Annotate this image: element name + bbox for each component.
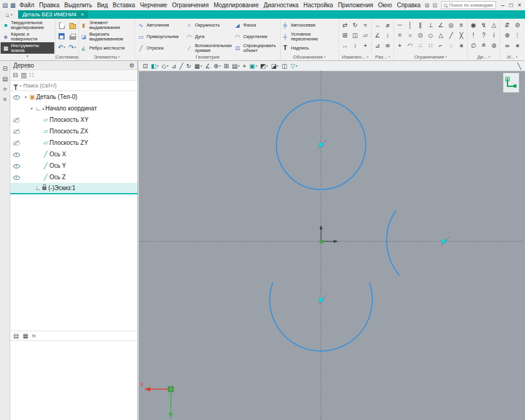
menu-select[interactable]: Выделить <box>62 2 95 8</box>
minimize-button[interactable]: – <box>498 2 507 8</box>
tree-item-plane-zx[interactable]: ▱ Плоскость ZX <box>10 126 138 137</box>
ribbon-tool-icon[interactable]: ↕ <box>350 40 360 51</box>
ribbon-tool-icon[interactable]: ↯ <box>479 20 489 30</box>
menu-modeling[interactable]: Моделирование <box>211 2 261 8</box>
menu-edit[interactable]: Правка <box>37 2 62 8</box>
rib-button[interactable]: ◭ Ребро жесткости <box>79 42 135 54</box>
circle-button[interactable]: ○Окружность <box>185 19 233 31</box>
panel-tree-icon[interactable]: ⊟ <box>0 63 10 74</box>
visibility-off-icon[interactable] <box>12 114 21 126</box>
command-search-input[interactable] <box>449 2 494 8</box>
tree-item-axis-z[interactable]: ╱ Ось Z <box>10 171 138 183</box>
tree-composition-icon[interactable]: ▥ <box>21 71 27 79</box>
ribbon-tool-icon[interactable]: ∗ <box>512 40 523 51</box>
sketch-mode-indicator[interactable] <box>503 72 520 93</box>
segment-button[interactable]: ╱Отрезок <box>136 42 185 54</box>
section-label-diagnostics[interactable]: Ди... <box>468 54 500 60</box>
cut-extrude-button[interactable]: ◪ Вырезать выдавливанием <box>79 31 135 42</box>
ribbon-tool-icon[interactable]: │ <box>405 20 415 30</box>
ribbon-tool-icon[interactable]: ⌐ <box>436 40 446 51</box>
menu-view[interactable]: Вид <box>95 2 110 8</box>
expand-arrow-icon[interactable]: ▾ <box>23 95 28 99</box>
chamfer-button[interactable]: ◢Фаска <box>233 19 281 31</box>
fillet-button[interactable]: ◠Скругление <box>233 31 281 42</box>
ribbon-tool-icon[interactable]: ⇵ <box>502 20 512 30</box>
zoom-icon[interactable]: ⊕▾ <box>212 62 222 71</box>
mode-wireframe-surfaces[interactable]: ◈ Каркас и поверхности <box>1 31 54 42</box>
ribbon-tool-icon[interactable]: ⋮ <box>512 30 523 40</box>
document-tab[interactable]: Деталь БЕЗ ИМЕНИ4 × <box>18 10 88 19</box>
section-label-geometry[interactable]: Геометрия <box>135 54 280 60</box>
ribbon-tool-icon[interactable]: △ <box>436 30 446 40</box>
ribbon-tool-icon[interactable]: ○ <box>405 30 415 40</box>
ribbon-tool-icon[interactable]: ! <box>468 30 479 40</box>
text-label-button[interactable]: TНадпись <box>281 42 338 54</box>
tree-item-plane-zy[interactable]: ▱ Плоскость ZY <box>10 137 138 148</box>
close-button[interactable]: × <box>515 2 524 8</box>
tree-structure-icon[interactable]: ⊟ <box>13 71 18 79</box>
collapse-ribbon-icon[interactable]: ⊟ <box>423 2 431 8</box>
ribbon-tool-icon[interactable]: ⊘ <box>512 20 523 30</box>
extrude-button[interactable]: ▮ Элемент выдавливания <box>79 19 135 31</box>
home-button[interactable]: ⌂ ▾ <box>0 10 18 19</box>
expand-arrow-icon[interactable]: ▾ <box>29 106 34 110</box>
ribbon-tool-icon[interactable]: ∠ <box>372 30 383 40</box>
ribbon-tool-icon[interactable]: ─ <box>395 20 405 30</box>
mode-solid-modeling[interactable]: ■ Твердотельное моделирование <box>1 19 54 31</box>
sketch-scene[interactable]: X <box>139 61 525 420</box>
auxiliary-line-button[interactable]: ∕Вспомогательная прямая <box>185 42 233 54</box>
print-button[interactable] <box>67 31 78 42</box>
windows-icon[interactable]: ▦ <box>9 2 17 8</box>
section-label-notation[interactable]: Обозначения <box>281 54 338 60</box>
ribbon-tool-icon[interactable]: ⊿ <box>372 40 383 51</box>
zoom-area-icon[interactable]: ⊞ <box>222 62 230 71</box>
layers-icon[interactable]: ▤▾ <box>231 62 241 71</box>
visibility-eye-icon[interactable] <box>12 171 21 183</box>
conditional-intersection-button[interactable]: ┼Условное пересечение <box>281 31 338 42</box>
autoaxis-button[interactable]: ╪Автоосевая <box>281 19 338 31</box>
menu-insert[interactable]: Вставка <box>110 2 138 8</box>
ribbon-tool-icon[interactable]: ∥ <box>415 20 425 30</box>
ribbon-tool-icon[interactable]: ∠ <box>436 20 446 30</box>
undo-button[interactable]: ↶▾ <box>56 42 67 52</box>
ribbon-tool-icon[interactable]: ◇ <box>425 30 436 40</box>
documents-icon[interactable]: ▤ <box>1 2 9 8</box>
ribbon-tool-icon[interactable]: ∗ <box>456 40 466 51</box>
ribbon-tool-icon[interactable]: = <box>395 30 405 40</box>
new-document-button[interactable] <box>56 20 67 31</box>
tree-item-axis-x[interactable]: ╱ Ось X <box>10 148 138 160</box>
sketch-edit-icon[interactable]: ╱ <box>178 62 185 71</box>
rectangle-button[interactable]: ▭Прямоугольник <box>136 31 185 42</box>
variables-fx-icon[interactable]: fx <box>32 333 36 339</box>
ribbon-tool-icon[interactable]: ⊥ <box>425 20 436 30</box>
orientation-icon[interactable]: ◧▾ <box>149 62 160 71</box>
ribbon-tool-icon[interactable]: ◫ <box>350 30 360 40</box>
panel-variables-icon[interactable]: fx <box>0 84 10 94</box>
isometry-icon[interactable]: ◇▾ <box>160 62 170 71</box>
ribbon-tool-icon[interactable]: ∷ <box>425 40 436 51</box>
ribbon-tool-icon[interactable]: ↕ <box>383 30 393 40</box>
autoline-button[interactable]: ∿Автолиния <box>136 19 185 31</box>
ribbon-tool-icon[interactable]: ? <box>479 30 489 40</box>
ribbon-tool-icon[interactable]: ∞ <box>502 40 512 51</box>
ribbon-tool-icon[interactable]: ≌ <box>383 40 393 51</box>
filter-icon[interactable]: ▽▾ <box>289 62 299 71</box>
menu-constraints[interactable]: Ограничения <box>170 2 211 8</box>
menu-drawing[interactable]: Черчение <box>138 2 170 8</box>
arc-button[interactable]: ◠Дуга <box>185 31 233 42</box>
visibility-off-icon[interactable] <box>12 137 21 148</box>
menu-settings[interactable]: Настройка <box>301 2 336 8</box>
redo-button[interactable]: ↷▾ <box>67 42 78 52</box>
ribbon-tool-icon[interactable]: ∴ <box>415 40 425 51</box>
ribbon-tool-icon[interactable]: ≈ <box>360 20 371 30</box>
close-tab-icon[interactable]: × <box>81 11 84 18</box>
ribbon-tool-icon[interactable]: ⇄ <box>340 20 350 30</box>
sketch-arc-bottom[interactable] <box>270 282 372 351</box>
visibility-eye-icon[interactable] <box>12 148 21 160</box>
section-label-elements[interactable]: Элементы <box>79 54 135 60</box>
ribbon-tool-icon[interactable]: ▱ <box>360 30 371 40</box>
drawing-canvas[interactable]: X ⊡◧▾◇▾⊿╱↻▦▾∠⊕▾⊞▤▾+▣▾◩▾◪▾◫▽▾╲ <box>139 61 525 420</box>
ribbon-tool-icon[interactable]: ╱ <box>446 30 456 40</box>
section-view-icon[interactable]: ◩▾ <box>258 62 269 71</box>
ribbon-tool-icon[interactable]: ⊙ <box>415 30 425 40</box>
